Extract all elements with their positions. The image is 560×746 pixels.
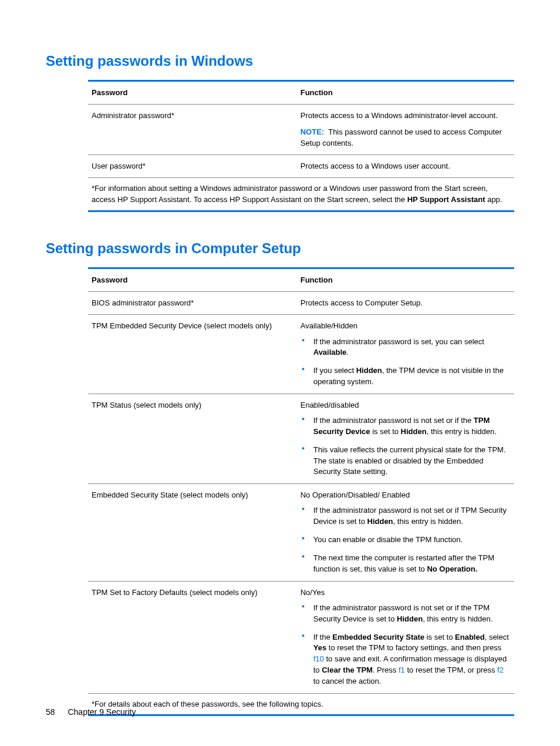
li-text: If the administrator password is not set…	[313, 416, 474, 425]
windows-footnote: *For information about setting a Windows…	[88, 177, 514, 210]
li-bold: Hidden	[356, 366, 382, 375]
admin-func-text: Protects access to a Windows administrat…	[301, 110, 511, 121]
list-item: If the Embedded Security State is set to…	[301, 632, 511, 687]
note-text: This password cannot be used to access C…	[301, 127, 502, 147]
li-bold: Hidden	[367, 517, 393, 526]
li-text: to reset the TPM, or press	[405, 666, 497, 674]
key-f2: f2	[497, 666, 504, 674]
page-footer: 58 Chapter 9 Security	[46, 707, 136, 717]
table-row: Administrator password* Protects access …	[88, 105, 514, 155]
computer-setup-passwords-table: Password Function BIOS administrator pas…	[88, 267, 514, 716]
tpm-factory-heading: No/Yes	[301, 587, 511, 598]
li-text: .	[346, 348, 349, 357]
li-text: . Press	[373, 666, 399, 674]
list-item: If the administrator password is not set…	[301, 415, 511, 438]
li-text: to cancel the action.	[313, 677, 382, 685]
li-text: If the administrator password is set, yo…	[313, 337, 484, 346]
li-text: , select	[485, 633, 509, 641]
li-text: to reset the TPM to factory settings, an…	[326, 643, 501, 652]
header-function: Function	[297, 269, 514, 292]
table-header-row: Password Function	[88, 269, 514, 292]
tpm-device-heading: Available/Hidden	[301, 321, 511, 331]
li-bold: No Operation.	[427, 564, 477, 573]
li-bold: Embedded Security State	[332, 633, 424, 641]
section-heading-windows: Setting passwords in Windows	[46, 53, 514, 69]
admin-func-note: NOTE: This password cannot be used to ac…	[301, 127, 511, 148]
tpm-status-heading: Enabled/disabled	[301, 400, 511, 411]
computer-setup-footnote: *For details about each of these passwor…	[88, 693, 514, 714]
page-number: 58	[46, 707, 55, 717]
header-password: Password	[88, 269, 297, 292]
li-bold: Clear the TPM	[322, 666, 373, 674]
footnote-text-post: app.	[485, 195, 502, 204]
row-tpm-factory-func: No/Yes If the administrator password is …	[297, 581, 514, 693]
table-row: Embedded Security State (select models o…	[88, 484, 514, 581]
table-row: TPM Embedded Security Device (select mod…	[88, 315, 514, 394]
table-row: TPM Set to Factory Defaults (select mode…	[88, 581, 514, 693]
row-tpm-factory-name: TPM Set to Factory Defaults (select mode…	[88, 581, 297, 693]
row-tpm-device-func: Available/Hidden If the administrator pa…	[297, 315, 514, 394]
list-item: If you select Hidden, the TPM device is …	[301, 365, 511, 388]
footnote-bold: HP Support Assistant	[407, 195, 485, 204]
key-f10: f10	[313, 654, 324, 663]
header-function: Function	[297, 82, 514, 105]
key-f1: f1	[399, 666, 405, 674]
row-bios-admin-name: BIOS administrator password*	[88, 292, 297, 315]
list-item: You can enable or disable the TPM functi…	[301, 535, 511, 546]
windows-passwords-table: Password Function Administrator password…	[88, 80, 514, 212]
li-text: is set to	[424, 633, 455, 641]
table-row: User password* Protects access to a Wind…	[88, 154, 514, 177]
row-admin-password-name: Administrator password*	[88, 105, 297, 155]
row-embedded-state-func: No Operation/Disabled/ Enabled If the ad…	[297, 484, 514, 581]
table-row: BIOS administrator password* Protects ac…	[88, 292, 514, 315]
li-text: , this entry is hidden.	[427, 427, 497, 436]
header-password: Password	[88, 82, 297, 105]
list-item: This value reflects the current physical…	[301, 445, 511, 478]
li-bold: Enabled	[455, 633, 485, 641]
table-header-row: Password Function	[88, 82, 514, 105]
li-bold: Available	[313, 348, 347, 357]
li-text: If the	[313, 633, 333, 641]
section-heading-computer-setup: Setting passwords in Computer Setup	[46, 240, 514, 257]
table-footnote-row: *For information about setting a Windows…	[88, 177, 514, 210]
row-tpm-status-name: TPM Status (select models only)	[88, 394, 297, 483]
row-tpm-device-name: TPM Embedded Security Device (select mod…	[88, 315, 297, 394]
li-bold: Hidden	[401, 427, 427, 436]
li-text: is set to	[370, 427, 401, 436]
row-bios-admin-func: Protects access to Computer Setup.	[297, 292, 514, 315]
li-text: , this entry is hidden.	[393, 517, 463, 526]
note-label: NOTE:	[301, 127, 324, 136]
li-bold: Yes	[313, 643, 326, 652]
li-bold: Hidden	[397, 614, 423, 623]
list-item: The next time the computer is restarted …	[301, 553, 511, 575]
li-text: , this entry is hidden.	[423, 614, 492, 623]
row-admin-password-func: Protects access to a Windows administrat…	[297, 105, 514, 155]
row-user-password-func: Protects access to a Windows user accoun…	[297, 154, 514, 177]
embedded-state-heading: No Operation/Disabled/ Enabled	[301, 490, 511, 500]
row-embedded-state-name: Embedded Security State (select models o…	[88, 484, 297, 581]
row-tpm-status-func: Enabled/disabled If the administrator pa…	[297, 394, 514, 483]
list-item: If the administrator password is not set…	[301, 505, 511, 527]
li-text: If you select	[313, 366, 356, 375]
chapter-label: Chapter 9 Security	[68, 707, 136, 717]
list-item: If the administrator password is set, yo…	[301, 337, 511, 359]
table-footnote-row: *For details about each of these passwor…	[88, 693, 514, 714]
table-row: TPM Status (select models only) Enabled/…	[88, 394, 514, 483]
row-user-password-name: User password*	[88, 154, 297, 177]
list-item: If the administrator password is not set…	[301, 603, 511, 625]
